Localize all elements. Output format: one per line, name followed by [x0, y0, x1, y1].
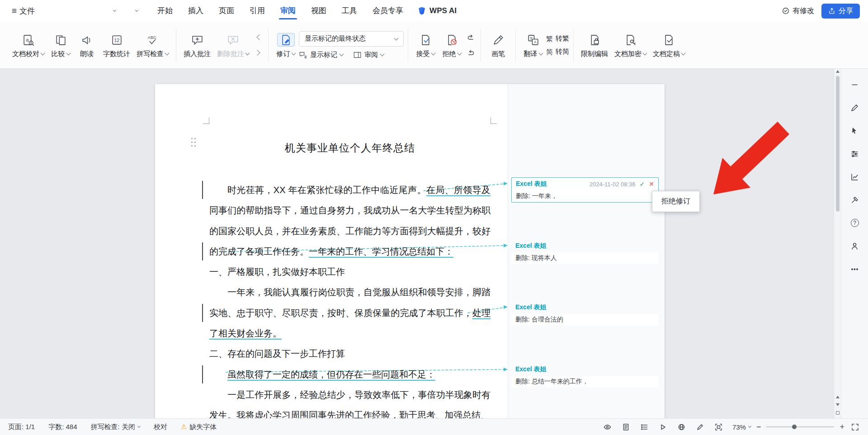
page-sheet[interactable]: 机关事业单位个人年终总结 时光荏苒，XX 年在紧张忙碌的工作中临近尾声。在局、所…: [155, 84, 665, 418]
fit-page-icon[interactable]: [714, 422, 724, 432]
review-pane-button[interactable]: 审阅: [353, 51, 384, 59]
chevron-down-icon: [245, 51, 250, 55]
track-changes-button[interactable]: 修订: [273, 31, 299, 59]
print-preview-icon[interactable]: [85, 4, 98, 18]
zoom-controls: 73% − +: [732, 422, 860, 432]
insert-comment-button[interactable]: 插入批注: [180, 31, 214, 59]
document-body[interactable]: 机关事业单位个人年终总结 时光荏苒，XX 年在紧张忙碌的工作中临近尾声。在局、所…: [209, 137, 491, 418]
fullscreen-icon[interactable]: [850, 422, 860, 432]
zoom-level-button[interactable]: 73%: [732, 423, 751, 431]
to-traditional-button[interactable]: 繁 转繁: [546, 34, 569, 43]
reject-revision-button[interactable]: 拒绝: [439, 31, 465, 59]
file-menu-button[interactable]: ≡ 文件: [8, 3, 38, 19]
tab-review[interactable]: 审阅: [273, 0, 303, 22]
properties-sliders-icon[interactable]: [849, 148, 861, 160]
word-count-indicator[interactable]: 字数: 484: [48, 423, 77, 431]
restrict-editing-button[interactable]: 限制编辑: [578, 31, 611, 59]
proofread-button[interactable]: 校对: [154, 423, 167, 431]
print-icon[interactable]: [70, 4, 84, 18]
undo-icon[interactable]: [99, 4, 113, 18]
page-view-icon[interactable]: [621, 422, 631, 432]
tab-tools[interactable]: 工具: [334, 0, 365, 22]
modified-status-icon: [782, 7, 790, 15]
wps-ai-button[interactable]: WPS AI: [417, 6, 457, 15]
outline-view-icon[interactable]: [640, 422, 650, 432]
feedback-icon[interactable]: [849, 240, 861, 252]
zoom-slider-thumb[interactable]: [792, 425, 797, 429]
more-options-icon[interactable]: [849, 263, 861, 275]
ribbon-tabs: 开始 插入 页面 引用 审阅 视图 工具 会员专享: [150, 0, 411, 22]
reject-revision-close-icon[interactable]: ✕: [649, 180, 654, 188]
missing-font-button[interactable]: ⚠缺失字体: [181, 423, 217, 431]
spell-check-button[interactable]: ABC 拼写检查: [133, 31, 172, 59]
help-icon[interactable]: ?: [849, 217, 861, 229]
web-layout-icon[interactable]: [677, 422, 687, 432]
redo-icon[interactable]: [117, 4, 130, 18]
comment-author[interactable]: Excel 表姐: [515, 365, 546, 374]
previous-comment-icon[interactable]: [253, 33, 263, 42]
revision-comment[interactable]: Excel 表姐 删除: 合理合法的: [511, 301, 659, 326]
comment-author[interactable]: Excel 表姐: [515, 242, 546, 250]
collapse-toolbar-icon[interactable]: [849, 79, 861, 90]
read-aloud-icon: [81, 33, 93, 47]
eye-protect-icon[interactable]: [603, 422, 613, 432]
tab-reference[interactable]: 引用: [242, 0, 273, 22]
ribbon-separator: [481, 29, 481, 61]
modified-status-button[interactable]: 有修改: [782, 6, 814, 16]
zoom-slider[interactable]: [766, 426, 834, 427]
repair-tools-icon[interactable]: [849, 194, 861, 206]
translate-button[interactable]: 文A 翻译: [520, 31, 546, 59]
next-page-icon[interactable]: [836, 403, 840, 406]
finalize-document-button[interactable]: 文档定稿: [650, 31, 688, 59]
spellcheck-status-button[interactable]: 拼写检查: 关闭: [91, 423, 140, 431]
play-presentation-icon[interactable]: [658, 422, 668, 432]
revision-comment[interactable]: Excel 表姐 2024-11-02 08:36 ✓ ✕ 删除: 一年来，: [511, 177, 659, 203]
next-change-icon[interactable]: [466, 48, 476, 57]
markup-state-dropdown[interactable]: 显示标记的最终状态: [299, 31, 404, 47]
delete-comment-button[interactable]: 删除批注: [214, 31, 252, 59]
word-count-button[interactable]: 12 字数统计: [100, 31, 133, 59]
scroll-up-icon[interactable]: [836, 70, 840, 73]
save-icon[interactable]: [41, 4, 55, 18]
tab-view[interactable]: 视图: [303, 0, 334, 22]
chart-tools-icon[interactable]: [849, 171, 861, 183]
select-browse-object-icon[interactable]: [836, 411, 840, 415]
tab-membership[interactable]: 会员专享: [365, 0, 411, 22]
revision-comment[interactable]: Excel 表姐 删除: 现将本人: [511, 240, 659, 264]
undo-history-chevron-icon[interactable]: [113, 9, 116, 12]
tab-insert[interactable]: 插入: [180, 0, 211, 22]
annotate-pen-icon[interactable]: [695, 422, 705, 432]
show-markup-button[interactable]: 显示标记: [299, 51, 343, 59]
share-button[interactable]: 分享: [821, 4, 860, 19]
encrypt-document-button[interactable]: 文档加密: [611, 31, 650, 59]
select-cursor-icon[interactable]: [849, 125, 861, 137]
paragraph-drag-handle-icon[interactable]: [190, 137, 198, 147]
read-aloud-button[interactable]: 朗读: [74, 31, 100, 59]
previous-page-icon[interactable]: [836, 396, 840, 398]
chevron-down-icon: [291, 51, 296, 55]
heading-2: 二、存在的问题及下一步工作打算: [209, 344, 491, 364]
vertical-scrollbar[interactable]: [834, 69, 841, 418]
tab-home[interactable]: 开始: [150, 0, 180, 22]
doc-proofing-button[interactable]: a 文档校对: [9, 31, 47, 59]
scrollbar-thumb[interactable]: [836, 76, 840, 212]
to-simplified-button[interactable]: 简 转简: [546, 47, 569, 56]
accept-revision-button[interactable]: 接受: [412, 31, 439, 59]
zoom-out-icon[interactable]: −: [756, 423, 761, 431]
compare-button[interactable]: 比较: [47, 31, 74, 59]
tab-page[interactable]: 页面: [211, 0, 242, 22]
comment-author[interactable]: Excel 表姐: [515, 303, 546, 312]
chevron-down-icon: [165, 51, 170, 55]
export-pdf-icon[interactable]: [56, 4, 69, 18]
search-icon[interactable]: [465, 4, 478, 18]
revision-comment[interactable]: Excel 表姐 删除: 总结一年来的工作，: [511, 363, 659, 388]
quick-access-more-chevron-icon[interactable]: [135, 9, 138, 12]
ink-brush-button[interactable]: 画笔: [485, 31, 511, 59]
page-indicator[interactable]: 页面: 1/1: [8, 423, 35, 431]
edit-pen-icon[interactable]: [849, 102, 861, 113]
zoom-in-icon[interactable]: +: [840, 423, 844, 431]
next-comment-icon[interactable]: [253, 48, 263, 57]
comment-author[interactable]: Excel 表姐: [516, 180, 547, 188]
accept-revision-check-icon[interactable]: ✓: [640, 180, 645, 188]
previous-change-icon[interactable]: [466, 33, 476, 42]
